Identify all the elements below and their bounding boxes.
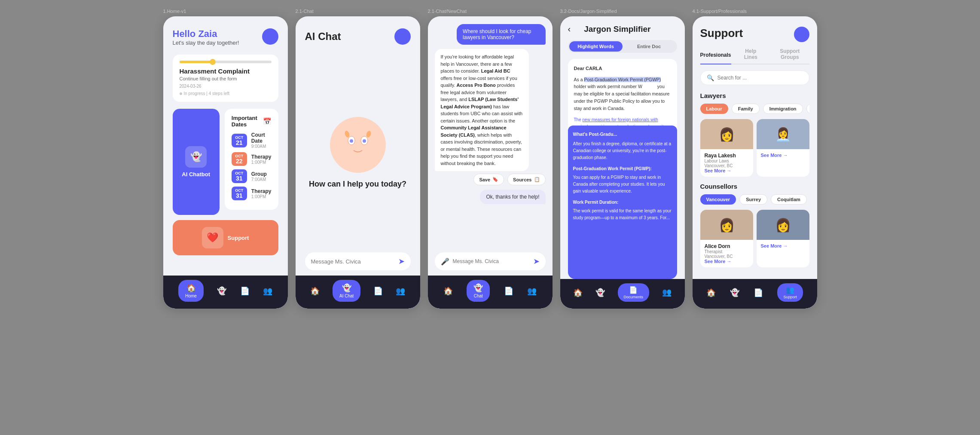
chat-send-button[interactable]: ➤ — [398, 257, 405, 266]
screen3-label: 2.1-Chat/NewChat — [428, 9, 467, 14]
nav-people-icon[interactable]: 👥 — [263, 286, 272, 296]
tag-more[interactable]: Per... — [806, 104, 809, 114]
chat-screen: AI Chat How can I help yo — [296, 16, 420, 309]
chat-message-input[interactable] — [311, 258, 395, 265]
date-info-3: Therapy 1:00PM — [251, 188, 272, 199]
support-nav-support[interactable]: 👥 Support — [777, 283, 803, 302]
screen2-label: 2.1-Chat — [296, 9, 314, 14]
chat-nav-docs[interactable]: 📄 — [373, 286, 383, 296]
chat-avatar-button[interactable] — [394, 28, 411, 45]
mascot-area: How can I help you today? — [309, 53, 406, 252]
lawyer-seemore-0[interactable]: See More → — [705, 168, 749, 173]
tab-highlight-words[interactable]: Highlight Words — [569, 41, 623, 52]
sources-button[interactable]: Sources 📋 — [507, 174, 545, 185]
progress-dot — [210, 59, 216, 65]
save-label: Save — [479, 177, 490, 182]
chatbot-button[interactable]: 👻 AI Chatbot — [173, 109, 220, 215]
newchat-message-input[interactable] — [453, 258, 530, 264]
tooltip-title-2: Post-Graduation Work Permit (PGWP): — [573, 165, 672, 172]
newchat-nav-people[interactable]: 👥 — [527, 286, 537, 296]
lawyer-card-body-0: Raya Lakesh Labour Laws Vancouver, BC Se… — [700, 149, 753, 177]
jargon-nav-people[interactable]: 👥 — [662, 288, 672, 298]
tag-surrey[interactable]: Surrey — [739, 194, 767, 205]
support-nav-docs[interactable]: 📄 — [754, 288, 763, 297]
tag-family[interactable]: Family — [732, 104, 760, 114]
dates-title: Important Dates — [232, 115, 263, 128]
support-nav-label: Support — [783, 295, 797, 299]
chat-input-row: ➤ — [305, 252, 411, 270]
home-avatar-button[interactable] — [262, 28, 278, 45]
jargon-nav-home[interactable]: 🏠 — [573, 288, 583, 297]
lawyer-tags-row: Labour Family Immigration Per... — [700, 104, 809, 114]
lawyer-seemore-1[interactable]: See More → — [761, 153, 805, 158]
date-item-1: OCT 22 Therapy 1:00PM — [232, 152, 272, 166]
counsellor-loc-0: Vancouver, BC — [705, 254, 749, 259]
chat-messages: Where should I look for cheap lawyers in… — [435, 24, 546, 248]
mascot-question: How can I help you today? — [309, 180, 406, 189]
tooltip-text-2: You can apply for a PGWP to stay and wor… — [573, 174, 672, 195]
see-more-label-1: See More — [761, 153, 782, 158]
support-search-input[interactable] — [717, 75, 803, 81]
date-info-2: Group 7:00AM — [251, 171, 267, 182]
chat-header: AI Chat — [305, 28, 411, 45]
see-more-label-c0: See More — [705, 259, 726, 264]
doc-para-1: As a Post-Graduation Work Permit (PGWP) … — [574, 76, 671, 112]
counsellor-seemore-1[interactable]: See More → — [761, 243, 805, 248]
newchat-send-button[interactable]: ➤ — [533, 257, 540, 266]
tag-coquitlam[interactable]: Coquitlam — [771, 194, 807, 205]
counsellor-card-0: 👩 Alice Dorn Therapist Vancouver, BC See… — [700, 210, 753, 267]
newchat-nav-docs[interactable]: 📄 — [504, 286, 513, 296]
newchat-nav-chat[interactable]: 👻 Chat — [467, 280, 490, 302]
jargon-header: ‹ Jargon Simplifier — [568, 24, 677, 34]
counsellor-card-body-1: See More → — [757, 240, 809, 252]
tab-professionals[interactable]: Profesionals — [700, 48, 731, 64]
tag-immigration[interactable]: Immigration — [763, 104, 803, 114]
chat-bottom-nav: 🏠 👻 AI Chat 📄 👥 — [296, 276, 420, 309]
support-nav-home[interactable]: 🏠 — [706, 288, 716, 297]
tab-supportgroups[interactable]: Support Groups — [770, 48, 809, 62]
mic-button[interactable]: 🎤 — [441, 257, 449, 266]
sources-label: Sources — [513, 177, 531, 182]
lawyer-card-body-1: See More → — [757, 149, 809, 161]
chat-nav-home[interactable]: 🏠 — [310, 286, 320, 296]
chat-nav-people[interactable]: 👥 — [396, 286, 405, 296]
counsellor-seemore-0[interactable]: See More → — [705, 259, 749, 264]
support-label: Support — [228, 235, 249, 241]
support-title: Support — [700, 27, 743, 40]
nav-home[interactable]: 🏠 Home — [178, 280, 204, 302]
lawyer-photo-0: 👩 — [700, 119, 753, 149]
lawyers-section-title: Lawyers — [700, 92, 809, 99]
support-screen: Support Profesionals Help Lines Support … — [693, 16, 817, 309]
event-name-2: Group — [251, 171, 267, 177]
nav-docs-icon[interactable]: 📄 — [240, 286, 250, 296]
chat-nav-chat[interactable]: 👻 AI Chat — [333, 280, 360, 302]
support-nav-chat[interactable]: 👻 — [730, 288, 739, 297]
back-button[interactable]: ‹ — [568, 24, 571, 34]
save-button[interactable]: Save 🔖 — [473, 174, 504, 185]
date-day-1: 22 — [234, 158, 244, 164]
support-button[interactable]: ❤️ Support — [173, 220, 278, 255]
counsellor-photo-0: 👩 — [700, 210, 753, 240]
tab-entire-doc[interactable]: Entire Doc — [623, 41, 676, 52]
event-time-3: 1:00PM — [251, 194, 272, 199]
newchat-nav-home[interactable]: 🏠 — [443, 286, 453, 296]
nav-home-icon4: 🏠 — [573, 288, 583, 297]
date-day-3: 31 — [234, 193, 244, 199]
screen4-label: 3.2-Docs/Jargon-Simplified — [560, 9, 617, 14]
sub-tabs: Profesionals Help Lines Support Groups — [700, 48, 809, 64]
jargon-nav-docs[interactable]: 📄 Documents — [618, 283, 650, 302]
greeting-text: Hello — [173, 28, 198, 39]
progress-date: 2024-03-26 — [180, 84, 272, 89]
tab-helplines[interactable]: Help Lines — [738, 48, 764, 62]
tag-labour[interactable]: Labour — [700, 104, 728, 114]
jargon-bottom-nav: 🏠 👻 📄 Documents 👥 — [560, 279, 685, 309]
support-avatar-button[interactable] — [794, 27, 809, 42]
bot-message-0: If you're looking for affordable legal h… — [435, 49, 529, 171]
lawyer-photo-1: 👩‍💼 — [757, 119, 809, 149]
tag-vancouver[interactable]: Vancouver — [700, 194, 736, 205]
newchat-screen: Where should I look for cheap lawyers in… — [428, 16, 553, 309]
tooltip-text-1: After you finish a degree, diploma, or c… — [573, 141, 672, 161]
nav-chat-icon[interactable]: 👻 — [217, 286, 226, 296]
jargon-nav-chat[interactable]: 👻 — [595, 288, 605, 297]
screen5-label: 4.1-Support/Professionals — [693, 9, 747, 14]
